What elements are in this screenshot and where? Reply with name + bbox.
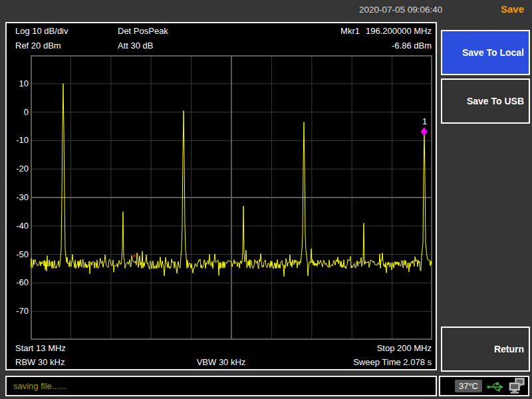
save-to-local-label: Save To Local — [462, 47, 524, 58]
datetime-text: 2020-07-05 09:06:40 — [359, 5, 442, 15]
y-axis-tick-label: 10 — [8, 78, 29, 89]
y-axis-tick-label: -60 — [8, 277, 29, 288]
header-row-1: Log 10 dB/div Det PosPeak Mkr1196.200000… — [7, 26, 436, 37]
start-frequency-label: Start 13 MHz — [15, 343, 66, 353]
marker-name: Mkr1 — [340, 26, 360, 36]
freq-range-row: Start 13 MHz Stop 200 MHz — [7, 343, 436, 354]
marker-amplitude-value: -6.86 dBm — [392, 41, 432, 51]
y-axis-tick-label: -20 — [8, 164, 29, 174]
network-pc-icon — [509, 378, 525, 394]
y-axis-tick-label: -10 — [8, 135, 29, 146]
active-menu-title: Save — [501, 3, 524, 15]
y-axis-tick-label: -70 — [8, 306, 29, 317]
attenuation-label: Att 30 dB — [118, 41, 153, 51]
save-to-usb-label: Save To USB — [467, 96, 524, 106]
bandwidth-row: RBW 30 kHz VBW 30 kHz Sweep Time 2.078 s — [7, 357, 436, 368]
amplitude-scale-label: Log 10 dB/div — [15, 26, 68, 36]
ref-level-label: Ref 20 dBm — [15, 41, 61, 51]
stop-frequency-label: Stop 200 MHz — [377, 343, 432, 353]
save-to-local-button[interactable]: Save To Local — [441, 30, 530, 75]
status-message-bar: saving file...... — [5, 376, 437, 396]
system-status-box: 37°C — [439, 376, 529, 396]
y-axis-tick-label: -30 — [8, 192, 29, 203]
marker-frequency-readout: Mkr1196.200000 MHz — [340, 26, 432, 36]
red-dot — [133, 255, 135, 257]
y-axis-tick-label: 0 — [8, 107, 29, 118]
marker-1-diamond — [421, 127, 428, 136]
return-label: Return — [494, 344, 524, 354]
return-button[interactable]: Return — [441, 327, 530, 372]
sweep-time-label: Sweep Time 2.078 s — [353, 357, 432, 367]
marker-frequency-value: 196.200000 MHz — [366, 26, 432, 36]
spectrum-plot: 1 — [31, 55, 432, 340]
measurement-panel: Log 10 dB/div Det PosPeak Mkr1196.200000… — [5, 22, 437, 370]
temperature-badge: 37°C — [455, 380, 482, 392]
header-row-2: Ref 20 dBm Att 30 dB -6.86 dBm — [7, 41, 436, 52]
screen: 2020-07-05 09:06:40 Save Log 10 dB/div D… — [0, 0, 532, 399]
y-axis-tick-label: -40 — [8, 221, 29, 231]
usb-icon — [487, 380, 504, 392]
marker-1-number: 1 — [422, 116, 427, 126]
save-to-usb-button[interactable]: Save To USB — [441, 78, 530, 124]
y-axis-tick-label: -50 — [8, 249, 29, 260]
detector-label: Det PosPeak — [118, 26, 168, 36]
status-message: saving file...... — [13, 381, 66, 391]
